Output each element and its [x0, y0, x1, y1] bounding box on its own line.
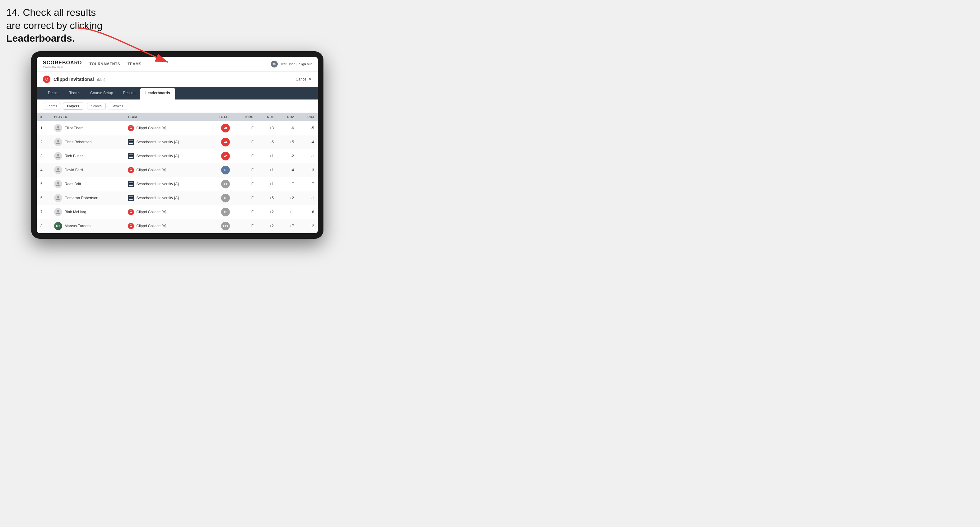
leaderboard-body: 1 Elliot Ebert C Clippd College [A] -8 F… [37, 121, 318, 233]
cell-rd3: +6 [298, 205, 318, 219]
table-header-row: # PLAYER TEAM TOTAL THRU RD1 RD2 RD3 [37, 113, 318, 121]
player-avatar [54, 180, 62, 188]
cell-total: +11 [207, 219, 234, 233]
cell-thru: F [234, 163, 258, 177]
tab-details[interactable]: Details [43, 87, 64, 100]
cell-rd1: +1 [257, 177, 277, 191]
cell-thru: F [234, 191, 258, 205]
cell-rd1: +1 [257, 163, 277, 177]
tab-teams[interactable]: Teams [64, 87, 85, 100]
cell-team: C Clippd College [A] [124, 163, 207, 177]
col-player: PLAYER [50, 113, 124, 121]
cell-rd1: +2 [257, 219, 277, 233]
cell-rank: 8 [37, 219, 50, 233]
tab-course-setup[interactable]: Course Setup [85, 87, 118, 100]
filter-row: Teams Players Scores Strokes [37, 100, 318, 113]
cell-player: Elliot Ebert [50, 121, 124, 135]
sign-out-link[interactable]: Sign out [299, 62, 312, 66]
cell-player: Rees Britt [50, 177, 124, 191]
tab-leaderboards[interactable]: Leaderboards [140, 88, 175, 100]
col-team: TEAM [124, 113, 207, 121]
cell-rd1: -5 [257, 135, 277, 149]
cancel-button[interactable]: Cancel ✕ [296, 77, 312, 81]
cell-total: -2 [207, 149, 234, 163]
cell-rank: 6 [37, 191, 50, 205]
cell-player: Cameron Robertson [50, 191, 124, 205]
col-rd3: RD3 [298, 113, 318, 121]
table-row: 2 Chris Robertson Scoreboard University … [37, 135, 318, 149]
tournament-header: C Clippd Invitational (Men) Cancel ✕ [37, 72, 318, 87]
cell-rd3: +3 [298, 163, 318, 177]
team-icon-scoreboard [128, 181, 134, 187]
logo-sub: Powered by clippd [43, 66, 82, 68]
cell-rd1: +2 [257, 205, 277, 219]
team-icon-scoreboard [128, 153, 134, 159]
user-area: TU Test User | Sign out [271, 60, 312, 67]
cell-rank: 2 [37, 135, 50, 149]
tournament-title: Clippd Invitational (Men) [54, 76, 296, 82]
main-nav: TOURNAMENTS TEAMS [89, 60, 271, 67]
app-header: SCOREBOARD Powered by clippd TOURNAMENTS… [37, 57, 318, 72]
page-wrapper: 14. Check all results are correct by cli… [6, 6, 442, 239]
cell-rd2: +1 [277, 205, 298, 219]
cell-player: Blair McHarg [50, 205, 124, 219]
cell-rank: 3 [37, 149, 50, 163]
tabs-navigation: Details Teams Course Setup Results Leade… [37, 87, 318, 100]
filter-players[interactable]: Players [63, 103, 83, 110]
col-rank: # [37, 113, 50, 121]
cell-rd2: +2 [277, 191, 298, 205]
filter-teams[interactable]: Teams [43, 103, 61, 110]
cell-total: +1 [207, 177, 234, 191]
cell-team: C Clippd College [A] [124, 121, 207, 135]
cell-rd2: +5 [277, 135, 298, 149]
col-rd1: RD1 [257, 113, 277, 121]
cell-total: +6 [207, 191, 234, 205]
cell-team: Scoreboard University [A] [124, 177, 207, 191]
table-row: 5 Rees Britt Scoreboard University [A] +… [37, 177, 318, 191]
cell-thru: F [234, 121, 258, 135]
player-avatar: MT [54, 222, 62, 230]
tab-results[interactable]: Results [118, 87, 140, 100]
nav-tournaments[interactable]: TOURNAMENTS [89, 60, 120, 67]
team-icon-clippd: C [128, 167, 134, 173]
cell-rd2: -2 [277, 149, 298, 163]
cell-thru: F [234, 135, 258, 149]
cell-rd3: -4 [298, 135, 318, 149]
filter-scores[interactable]: Scores [87, 103, 106, 110]
cell-rank: 7 [37, 205, 50, 219]
tournament-icon: C [43, 76, 50, 83]
cell-rd2: -4 [277, 163, 298, 177]
player-avatar [54, 124, 62, 132]
cell-thru: F [234, 219, 258, 233]
col-rd2: RD2 [277, 113, 298, 121]
logo-area: SCOREBOARD Powered by clippd [43, 60, 82, 68]
user-name: Test User | [280, 62, 296, 66]
cell-rd3: -1 [298, 191, 318, 205]
player-avatar [54, 166, 62, 174]
cell-team: Scoreboard University [A] [124, 135, 207, 149]
cell-rank: 4 [37, 163, 50, 177]
table-row: 3 Rich Butler Scoreboard University [A] … [37, 149, 318, 163]
cell-rd3: E [298, 177, 318, 191]
cell-team: C Clippd College [A] [124, 219, 207, 233]
cell-player: Chris Robertson [50, 135, 124, 149]
logo-text: SCOREBOARD [43, 60, 82, 66]
cell-player: David Ford [50, 163, 124, 177]
tablet-screen: SCOREBOARD Powered by clippd TOURNAMENTS… [37, 57, 318, 233]
cell-rank: 5 [37, 177, 50, 191]
nav-teams[interactable]: TEAMS [127, 60, 142, 67]
cell-player: MT Marcus Turners [50, 219, 124, 233]
cell-rd3: -5 [298, 121, 318, 135]
filter-strokes[interactable]: Strokes [108, 103, 127, 110]
tablet-device: SCOREBOARD Powered by clippd TOURNAMENTS… [31, 51, 323, 239]
tournament-badge: (Men) [97, 78, 105, 81]
table-row: 7 Blair McHarg C Clippd College [A] +9 F… [37, 205, 318, 219]
col-total: TOTAL [207, 113, 234, 121]
player-avatar [54, 208, 62, 216]
team-icon-clippd: C [128, 223, 134, 229]
player-avatar [54, 152, 62, 160]
cell-rd3: -1 [298, 149, 318, 163]
cell-rd1: +3 [257, 121, 277, 135]
cell-thru: F [234, 149, 258, 163]
cell-thru: F [234, 205, 258, 219]
